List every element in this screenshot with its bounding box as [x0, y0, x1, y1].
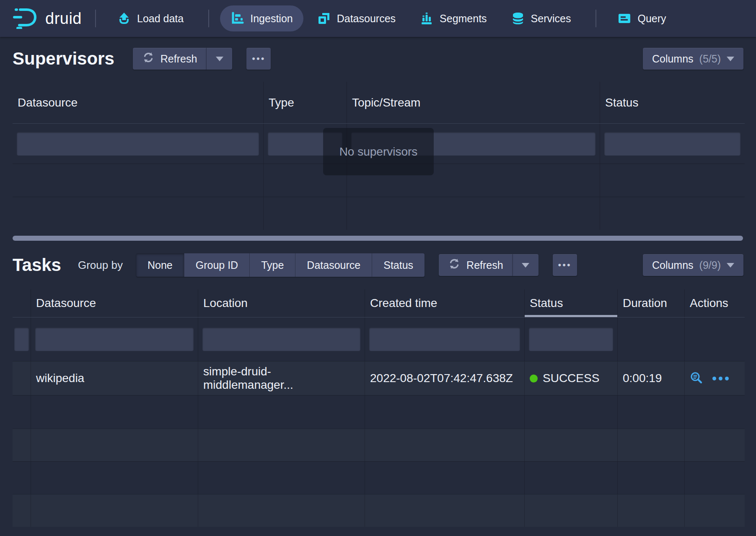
group-by-group-id-button[interactable]: Group ID [184, 253, 250, 277]
supervisors-columns-button[interactable]: Columns (5/5) [643, 48, 743, 70]
database-icon [511, 12, 525, 25]
tasks-refresh-group: Refresh [439, 254, 539, 276]
tasks-columns-button[interactable]: Columns (9/9) [643, 254, 743, 276]
task-cell-location[interactable]: simple-druid-middlemanager... [198, 362, 365, 395]
tasks-filter-row [13, 317, 745, 361]
supervisors-title: Supervisors [13, 49, 114, 69]
filter-input-location[interactable] [202, 328, 360, 351]
task-cell-datasource[interactable]: wikipedia [31, 362, 198, 395]
refresh-icon [448, 258, 461, 273]
column-header-datasource[interactable]: Datasource [31, 289, 198, 317]
supervisors-refresh-group: Refresh [133, 48, 233, 70]
nav-item-datasources[interactable]: Datasources [307, 5, 406, 31]
columns-label: Columns [652, 53, 694, 65]
refresh-label: Refresh [466, 259, 503, 271]
column-header-duration[interactable]: Duration [618, 289, 685, 317]
table-row [13, 197, 745, 230]
column-header-topic-stream[interactable]: Topic/Stream [347, 82, 600, 123]
table-row [13, 429, 745, 461]
bar-chart-icon [420, 12, 433, 25]
group-by-button-group: None Group ID Type Datasource Status [136, 253, 425, 277]
success-status-dot [530, 375, 538, 382]
console-icon [618, 12, 631, 25]
druid-logo[interactable]: druid [13, 6, 82, 31]
supervisors-header-bar: Supervisors Refresh ••• [13, 45, 743, 72]
filter-input-datasource[interactable] [35, 328, 194, 351]
nav-divider [95, 10, 96, 27]
task-cell-status[interactable]: SUCCESS [525, 362, 618, 395]
refresh-label: Refresh [161, 53, 197, 65]
filter-input-created-time[interactable] [369, 328, 520, 351]
column-header-status[interactable]: Status [600, 82, 745, 123]
nav-item-label: Load data [137, 13, 184, 25]
supervisors-table-header: Datasource Type Topic/Stream Status [13, 82, 745, 124]
task-row-wikipedia[interactable]: wikipedia simple-druid-middlemanager... … [13, 361, 745, 395]
nav-item-label: Datasources [337, 13, 396, 25]
column-header-created-time[interactable]: Created time [365, 289, 525, 317]
table-row [13, 395, 745, 429]
no-supervisors-message: No supervisors [323, 128, 434, 175]
task-cell-expander [13, 362, 31, 395]
druid-console: druid Load data Ingestio [0, 0, 756, 536]
group-by-none-button[interactable]: None [136, 253, 184, 277]
tasks-header-bar: Tasks Group by None Group ID Type Dataso… [13, 252, 743, 278]
group-by-type-button[interactable]: Type [250, 253, 295, 277]
nav-item-label: Ingestion [250, 13, 293, 25]
column-header-actions[interactable]: Actions [685, 289, 745, 317]
horizontal-scrollbar[interactable] [13, 236, 743, 241]
columns-count: (9/9) [699, 259, 721, 271]
brand-name: druid [45, 10, 82, 28]
tasks-more-button[interactable]: ••• [553, 254, 577, 276]
chevron-down-icon [727, 57, 734, 61]
filter-input-datasource[interactable] [17, 132, 259, 156]
chevron-down-icon [727, 263, 734, 268]
filter-input-status[interactable] [529, 328, 613, 351]
nav-item-ingestion[interactable]: Ingestion [220, 5, 303, 31]
tasks-title: Tasks [13, 255, 61, 275]
top-nav: druid Load data Ingestio [0, 0, 756, 37]
table-row [13, 461, 745, 494]
filter-input-status[interactable] [604, 132, 740, 156]
druid-logo-icon [13, 6, 39, 31]
column-header-location[interactable]: Location [198, 289, 365, 317]
task-cell-duration[interactable]: 0:00:19 [618, 362, 685, 395]
columns-count: (5/5) [699, 53, 721, 65]
nav-divider [208, 10, 209, 27]
nav-item-label: Query [637, 13, 666, 25]
group-by-label: Group by [78, 259, 123, 272]
tasks-refresh-caret-button[interactable] [513, 254, 539, 276]
nav-item-query[interactable]: Query [607, 5, 676, 31]
column-header-expander [13, 289, 31, 317]
chevron-down-icon [216, 57, 223, 61]
more-icon: ••• [558, 260, 572, 271]
supervisors-table: Datasource Type Topic/Stream Status No s… [13, 82, 745, 241]
nav-item-segments[interactable]: Segments [409, 5, 497, 31]
table-row [13, 494, 745, 527]
columns-label: Columns [652, 259, 694, 271]
task-more-actions-button[interactable] [712, 377, 729, 380]
group-by-datasource-button[interactable]: Datasource [295, 253, 372, 277]
nav-item-load-data[interactable]: Load data [107, 5, 194, 31]
more-actions-icon [712, 377, 729, 380]
view-task-detail-button[interactable] [690, 371, 703, 386]
group-by-status-button[interactable]: Status [372, 253, 425, 277]
upload-icon [117, 12, 131, 25]
column-header-status[interactable]: Status [525, 289, 618, 317]
supervisors-refresh-caret-button[interactable] [206, 48, 232, 70]
refresh-icon [142, 51, 155, 66]
column-header-datasource[interactable]: Datasource [13, 82, 264, 123]
filter-input-expander[interactable] [14, 328, 29, 351]
search-detail-icon [690, 371, 703, 386]
task-cell-actions [685, 362, 745, 395]
status-text: SUCCESS [543, 372, 599, 385]
nav-item-services[interactable]: Services [501, 5, 582, 31]
nav-item-label: Services [531, 13, 571, 25]
nav-item-label: Segments [440, 13, 487, 25]
task-cell-created-time[interactable]: 2022-08-02T07:42:47.638Z [365, 362, 525, 395]
supervisors-refresh-button[interactable]: Refresh [133, 48, 207, 70]
tasks-refresh-button[interactable]: Refresh [439, 254, 513, 276]
layers-icon [317, 12, 331, 25]
gantt-chart-icon [230, 12, 244, 25]
column-header-type[interactable]: Type [264, 82, 347, 123]
supervisors-more-button[interactable]: ••• [246, 48, 271, 70]
